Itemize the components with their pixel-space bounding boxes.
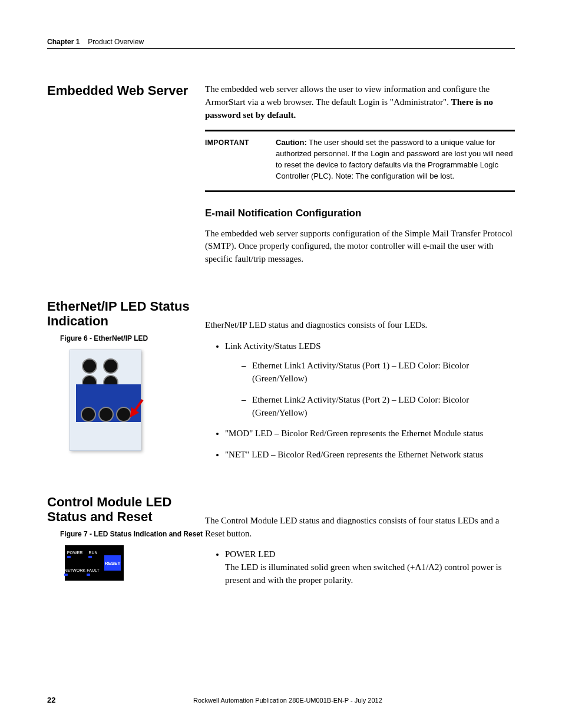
img-label-power: POWER <box>67 551 82 558</box>
paragraph-email-notification: The embedded web server supports configu… <box>205 228 515 266</box>
important-label: IMPORTANT <box>205 137 276 182</box>
publication-info: Rockwell Automation Publication 280E-UM0… <box>193 697 515 704</box>
list-item-link1: Ethernet Link1 Activity/Status (Port 1) … <box>242 360 515 386</box>
important-body: The user should set the password to a un… <box>276 138 513 180</box>
page-number: 22 <box>47 696 193 704</box>
list-item-power-led: POWER LED The LED is illuminated solid g… <box>225 548 515 587</box>
text-power-led-label: POWER LED <box>225 548 515 561</box>
header-chapter: Chapter 1 <box>47 38 80 46</box>
header-title: Product Overview <box>88 38 144 46</box>
figure7-image: POWER NETWORK RUN FAULT RESET <box>65 545 124 581</box>
list-item-link-activity: Link Activity/Status LEDS Ethernet Link1… <box>225 340 515 420</box>
text-link-activity: Link Activity/Status LEDS <box>225 341 321 351</box>
section-embedded-web-server: Embedded Web Server The embedded web ser… <box>47 83 515 274</box>
img-label-fault: FAULT <box>87 568 99 576</box>
text-intro-prefix: The embedded web server allows the user … <box>205 84 490 107</box>
list-item-link2: Ethernet Link2 Activity/Status (Port 2) … <box>242 394 515 420</box>
paragraph-ethernet-led-intro: EtherNet/IP LED status and diagnostics c… <box>205 319 515 332</box>
heading-embedded-web-server: Embedded Web Server <box>47 83 205 98</box>
page-footer: 22 Rockwell Automation Publication 280E-… <box>47 696 515 704</box>
section-control-module-led: Control Module LED Status and Reset Figu… <box>47 495 515 595</box>
heading-control-module-led: Control Module LED Status and Reset <box>47 495 205 525</box>
list-item-net-led: "NET" LED – Bicolor Red/Green represents… <box>225 449 515 462</box>
paragraph-web-server-intro: The embedded web server allows the user … <box>205 83 515 121</box>
important-callout: IMPORTANT Caution: The user should set t… <box>205 130 515 192</box>
img-label-network: NETWORK <box>64 568 85 576</box>
img-reset-button: RESET <box>104 555 121 571</box>
link-activity-sublist: Ethernet Link1 Activity/Status (Port 1) … <box>242 360 515 419</box>
control-module-list: POWER LED The LED is illuminated solid g… <box>225 548 515 587</box>
heading-ethernet-led: EtherNet/IP LED Status Indication <box>47 299 205 329</box>
ethernet-led-list: Link Activity/Status LEDS Ethernet Link1… <box>225 340 515 462</box>
figure6-caption: Figure 6 - EtherNet/IP LED <box>60 334 205 344</box>
figure7-caption: Figure 7 - LED Status Indication and Res… <box>60 530 205 539</box>
important-caution-word: Caution: <box>276 138 307 147</box>
heading-email-notification: E-mail Notification Configuration <box>205 207 515 219</box>
list-item-mod-led: "MOD" LED – Bicolor Red/Green represents… <box>225 427 515 440</box>
section-ethernet-led: EtherNet/IP LED Status Indication Figure… <box>47 299 515 470</box>
important-text: Caution: The user should set the passwor… <box>276 137 515 182</box>
text-power-led-desc: The LED is illuminated solid green when … <box>225 561 515 587</box>
figure6-image <box>70 350 141 451</box>
paragraph-control-module-intro: The Control Module LED status and diagno… <box>205 515 515 541</box>
running-header: Chapter 1 Product Overview <box>47 38 515 49</box>
img-label-run: RUN <box>88 551 97 558</box>
